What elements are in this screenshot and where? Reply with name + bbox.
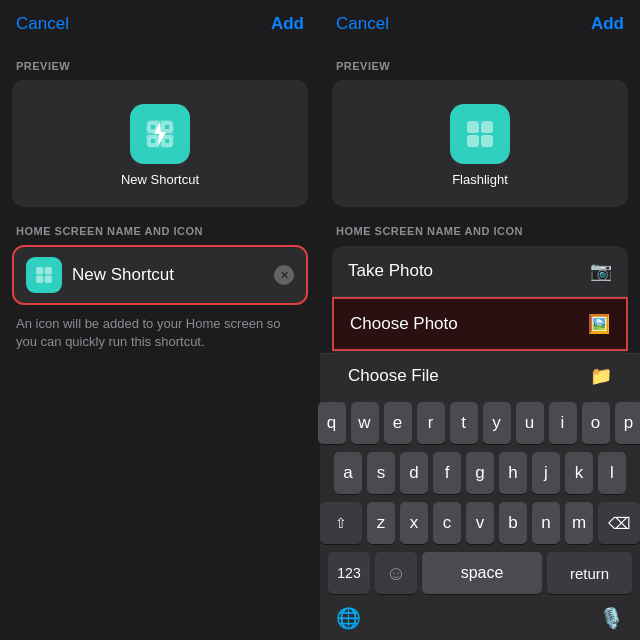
right-add-button[interactable]: Add [591,14,624,34]
key-b[interactable]: b [499,502,527,544]
key-m[interactable]: m [565,502,593,544]
left-nav-bar: Cancel Add [0,0,320,48]
key-l[interactable]: l [598,452,626,494]
left-preview-box: New Shortcut [12,80,308,207]
key-j[interactable]: j [532,452,560,494]
svg-rect-7 [36,276,43,283]
key-a[interactable]: a [334,452,362,494]
choose-file-label: Choose File [348,366,439,386]
left-name-input-row[interactable]: New Shortcut [12,245,308,305]
key-n[interactable]: n [532,502,560,544]
key-q[interactable]: q [318,402,346,444]
return-key[interactable]: return [547,552,632,594]
left-shortcut-name: New Shortcut [121,172,199,187]
key-e[interactable]: e [384,402,412,444]
choose-photo-label: Choose Photo [350,314,458,334]
key-row-3: ⇧ z x c v b n m ⌫ [324,502,636,544]
key-d[interactable]: d [400,452,428,494]
key-row-1: q w e r t y u i o p [324,402,636,444]
key-g[interactable]: g [466,452,494,494]
numbers-key[interactable]: 123 [328,552,370,594]
left-preview-label: PREVIEW [0,48,320,80]
key-r[interactable]: r [417,402,445,444]
take-photo-label: Take Photo [348,261,433,281]
key-t[interactable]: t [450,402,478,444]
svg-rect-11 [467,135,479,147]
left-cancel-button[interactable]: Cancel [16,14,69,34]
left-clear-button[interactable] [274,265,294,285]
right-preview-box: Flashlight [332,80,628,207]
microphone-icon[interactable]: 🎙️ [599,606,624,630]
svg-rect-8 [45,276,52,283]
left-name-input-icon [26,257,62,293]
right-shortcut-name: Flashlight [452,172,508,187]
keyboard-rows: q w e r t y u i o p a s d f g h j k [320,396,640,640]
camera-icon: 📷 [590,260,612,282]
key-z[interactable]: z [367,502,395,544]
svg-rect-9 [467,121,479,133]
dropdown-choose-file[interactable]: Choose File 📁 [332,351,628,401]
photo-library-icon: 🖼️ [588,313,610,335]
right-dropdown-menu: Take Photo 📷 Choose Photo 🖼️ Choose File… [332,246,628,401]
dropdown-choose-photo[interactable]: Choose Photo 🖼️ [332,297,628,351]
svg-rect-12 [481,135,493,147]
key-row-2: a s d f g h j k l [324,452,636,494]
key-s[interactable]: s [367,452,395,494]
emoji-key[interactable]: ☺ [375,552,417,594]
key-c[interactable]: c [433,502,461,544]
left-description: An icon will be added to your Home scree… [0,305,320,361]
space-key[interactable]: space [422,552,542,594]
shift-key[interactable]: ⇧ [320,502,362,544]
key-w[interactable]: w [351,402,379,444]
globe-icon[interactable]: 🌐 [336,606,361,630]
key-y[interactable]: y [483,402,511,444]
right-shortcut-icon [450,104,510,164]
right-home-screen-label: HOME SCREEN NAME AND ICON [320,207,640,245]
left-home-screen-label: HOME SCREEN NAME AND ICON [0,207,320,245]
left-panel: Cancel Add PREVIEW New Shortcut HOME SCR… [0,0,320,640]
left-add-button[interactable]: Add [271,14,304,34]
svg-rect-6 [45,267,52,274]
svg-rect-10 [481,121,493,133]
key-i[interactable]: i [549,402,577,444]
right-nav-bar: Cancel Add [320,0,640,48]
key-o[interactable]: o [582,402,610,444]
key-x[interactable]: x [400,502,428,544]
key-h[interactable]: h [499,452,527,494]
key-p[interactable]: p [615,402,641,444]
dropdown-take-photo[interactable]: Take Photo 📷 [332,246,628,297]
folder-icon: 📁 [590,365,612,387]
key-k[interactable]: k [565,452,593,494]
delete-key[interactable]: ⌫ [598,502,640,544]
right-cancel-button[interactable]: Cancel [336,14,389,34]
left-shortcut-icon [130,104,190,164]
left-name-input-text[interactable]: New Shortcut [72,265,266,285]
key-v[interactable]: v [466,502,494,544]
right-panel: Cancel Add PREVIEW Flashlight HOME SCREE… [320,0,640,640]
svg-rect-5 [36,267,43,274]
right-preview-label: PREVIEW [320,48,640,80]
key-u[interactable]: u [516,402,544,444]
key-row-bottom: 123 ☺ space return [324,552,636,602]
key-f[interactable]: f [433,452,461,494]
